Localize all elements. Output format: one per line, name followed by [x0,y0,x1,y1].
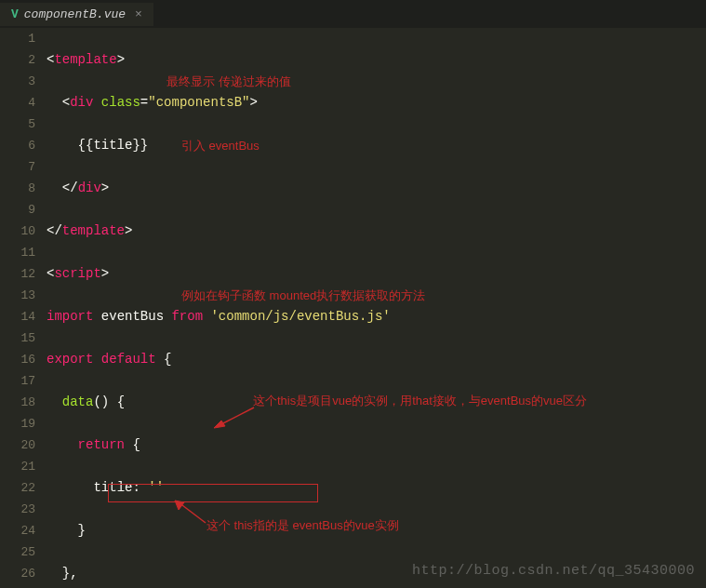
tab-bar: V componentB.vue × [0,0,706,28]
annotation-3: 例如在钩子函数 mounted执行数据获取的方法 [181,287,425,304]
svg-marker-1 [214,421,225,428]
line-gutter: 1234567891011121314151617181920212223242… [0,28,47,588]
highlight-box [108,484,318,502]
editor[interactable]: 1234567891011121314151617181920212223242… [0,28,706,588]
close-icon[interactable]: × [135,7,142,21]
svg-line-2 [179,502,206,523]
arrow-1 [212,406,259,430]
file-tab[interactable]: V componentB.vue × [0,3,153,26]
vue-icon: V [11,7,19,21]
arrow-2 [173,499,210,527]
annotation-2: 引入 eventBus [181,138,260,154]
annotation-4: 这个this是项目vue的实例，用that接收，与eventBus的vue区分 [253,393,587,409]
tab-filename: componentB.vue [24,7,126,21]
annotation-5: 这个 this指的是 eventBus的vue实例 [206,517,399,534]
annotation-1: 最终显示 传递过来的值 [167,74,291,90]
code-area[interactable]: <template> <div class="componentsB"> {{t… [47,28,706,588]
watermark: http://blog.csdn.net/qq_35430000 [412,563,695,579]
